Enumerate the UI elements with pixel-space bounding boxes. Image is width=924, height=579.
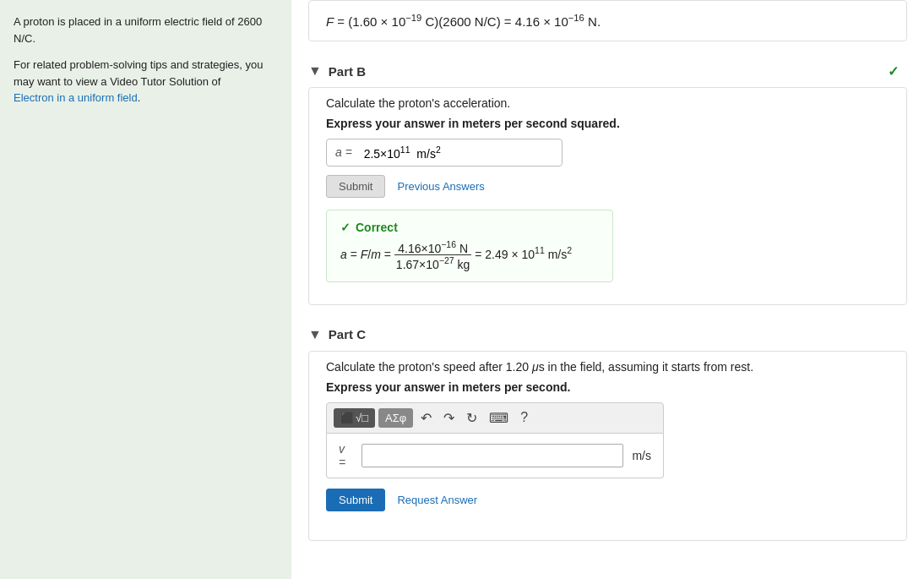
- correct-checkmark-icon: ✓: [340, 221, 351, 234]
- video-tutor-link[interactable]: Electron in a uniform field: [14, 91, 138, 104]
- part-b-correct-formula: a = F/m = 4.16×10−16 N 1.67×10−27 kg = 2…: [340, 239, 599, 271]
- math-toolbar: ⬛ √□ ΑΣφ ↶ ↷ ↻ ⌨ ?: [326, 402, 664, 434]
- part-c-input-area: ⬛ √□ ΑΣφ ↶ ↷ ↻ ⌨ ? v = m/s: [326, 402, 664, 478]
- part-c-body: Calculate the proton's speed after 1.20 …: [308, 351, 907, 541]
- part-b-section: ▼ Part B ✓ Calculate the proton's accele…: [308, 55, 907, 305]
- math-toolbar-greek-btn[interactable]: ΑΣφ: [378, 408, 413, 428]
- part-b-correct-box: ✓ Correct a = F/m = 4.16×10−16 N 1.67×10…: [326, 210, 613, 282]
- undo-button[interactable]: ↶: [416, 408, 436, 428]
- part-c-answer-input[interactable]: [361, 444, 623, 467]
- part-c-answer-label: v =: [339, 442, 353, 469]
- part-c-question: Calculate the proton's speed after 1.20 …: [326, 360, 889, 374]
- part-c-label: Part C: [329, 327, 366, 341]
- part-b-collapse-icon[interactable]: ▼: [308, 63, 322, 79]
- part-c-input-row: v = m/s: [326, 434, 664, 478]
- help-button[interactable]: ?: [516, 408, 532, 427]
- reset-button[interactable]: ↻: [462, 408, 481, 428]
- part-c-section: ▼ Part C Calculate the proton's speed af…: [308, 319, 907, 541]
- greek-label: ΑΣφ: [385, 412, 406, 424]
- part-c-request-answer-link[interactable]: Request Answer: [397, 494, 477, 506]
- part-c-submit-button[interactable]: Submit: [326, 489, 385, 511]
- problem-text: A proton is placed in a uniform electric…: [14, 14, 278, 46]
- formula-box: F = (1.60 × 10−19 C)(2600 N/C) = 4.16 × …: [308, 0, 907, 41]
- part-b-express: Express your answer in meters per second…: [326, 117, 889, 130]
- part-c-submit-row: Submit Request Answer: [326, 489, 889, 511]
- part-b-body: Calculate the proton's acceleration. Exp…: [308, 87, 907, 305]
- part-b-prev-answers-link[interactable]: Previous Answers: [397, 180, 484, 193]
- correct-label: Correct: [356, 221, 398, 234]
- part-b-answer-label: a =: [335, 145, 352, 159]
- part-b-label: Part B: [329, 64, 366, 79]
- sidebar: A proton is placed in a uniform electric…: [0, 0, 291, 579]
- keyboard-button[interactable]: ⌨: [485, 408, 513, 428]
- math-toolbar-sqrt-btn[interactable]: ⬛ √□: [334, 408, 375, 428]
- part-b-submit-row: Submit Previous Answers: [326, 175, 889, 198]
- part-b-correct-header: ✓ Correct: [340, 221, 599, 234]
- part-c-unit: m/s: [632, 449, 651, 462]
- sqrt-icon: ⬛: [340, 412, 354, 424]
- redo-button[interactable]: ↷: [439, 408, 459, 428]
- part-b-question: Calculate the proton's acceleration.: [326, 96, 889, 110]
- part-b-submit-button[interactable]: Submit: [326, 175, 385, 198]
- part-c-express: Express your answer in meters per second…: [326, 380, 889, 394]
- part-b-check-icon: ✓: [888, 63, 899, 79]
- part-c-header: ▼ Part C: [308, 319, 907, 351]
- main-content: F = (1.60 × 10−19 C)(2600 N/C) = 4.16 × …: [291, 0, 924, 579]
- tip-text: For related problem-solving tips and str…: [14, 57, 278, 107]
- formula-display: F = (1.60 × 10−19 C)(2600 N/C) = 4.16 × …: [326, 14, 601, 29]
- part-b-answer-row: a = 2.5×1011 m/s2: [326, 139, 563, 167]
- part-b-header: ▼ Part B ✓: [308, 55, 907, 87]
- part-b-answer-value: 2.5×1011 m/s2: [357, 145, 441, 161]
- sqrt-label: √□: [356, 412, 368, 424]
- part-c-collapse-icon[interactable]: ▼: [308, 327, 322, 342]
